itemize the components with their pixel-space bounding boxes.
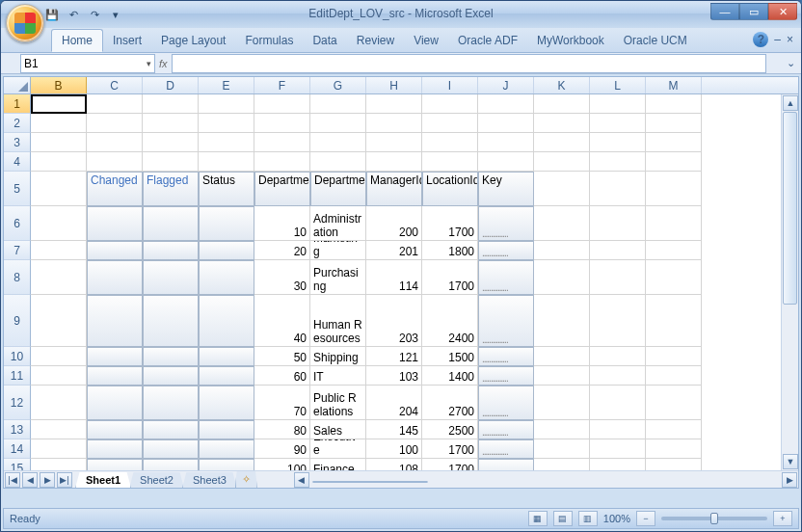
cell[interactable] [87, 114, 143, 133]
cell[interactable] [646, 347, 702, 366]
name-box-dropdown-icon[interactable]: ▾ [147, 59, 151, 68]
cell[interactable] [646, 241, 702, 260]
cell[interactable] [590, 172, 646, 206]
cell-key[interactable]: ............... [478, 347, 534, 366]
cell[interactable] [143, 152, 199, 172]
cell-location-id[interactable]: 1700 [422, 459, 478, 470]
cell-key[interactable]: ............... [478, 366, 534, 386]
cell[interactable] [534, 133, 590, 152]
header-status[interactable]: Status [199, 172, 254, 206]
cell[interactable] [590, 459, 646, 470]
cell-key[interactable]: ............... [478, 420, 534, 439]
sheet-prev-button[interactable]: ◀ [22, 472, 38, 488]
cell[interactable] [590, 386, 646, 420]
cell-department-id[interactable]: 70 [254, 386, 310, 420]
formula-expand-button[interactable]: ⌄ [784, 57, 797, 69]
cell-changed[interactable] [87, 386, 143, 420]
cell-department-name[interactable]: Human Resources [310, 295, 366, 347]
tab-oracle-ucm[interactable]: Oracle UCM [614, 30, 697, 51]
cell-department-id[interactable]: 60 [254, 366, 310, 386]
row-header[interactable]: 9 [4, 295, 31, 347]
column-header[interactable]: E [199, 77, 254, 93]
cell-changed[interactable] [87, 459, 143, 470]
cell[interactable] [422, 133, 478, 152]
cell[interactable] [366, 152, 422, 172]
zoom-slider-handle[interactable] [710, 513, 718, 524]
cell[interactable] [31, 241, 87, 260]
cell-manager-id[interactable]: 204 [366, 386, 422, 420]
cell[interactable] [534, 241, 590, 260]
column-header[interactable]: D [143, 77, 199, 93]
cell[interactable] [590, 206, 646, 241]
cell[interactable] [646, 172, 702, 206]
cell[interactable] [310, 94, 366, 114]
cell-status[interactable] [199, 459, 254, 470]
cell-manager-id[interactable]: 108 [366, 459, 422, 470]
cell-department-name[interactable]: Purchasing [310, 260, 366, 295]
cell[interactable] [646, 94, 702, 114]
cell[interactable] [646, 439, 702, 459]
cell-department-name[interactable]: IT [310, 366, 366, 386]
column-header[interactable]: C [87, 77, 143, 93]
cell[interactable] [534, 366, 590, 386]
cell[interactable] [31, 459, 87, 470]
grid-body[interactable]: 1 2 3 4 5 Changed Flagged Status Departm… [4, 94, 781, 470]
column-header[interactable]: F [254, 77, 310, 93]
tab-page-layout[interactable]: Page Layout [151, 30, 235, 51]
cell[interactable] [646, 420, 702, 439]
header-changed[interactable]: Changed [87, 172, 143, 206]
cell-department-name[interactable]: Public Relations [310, 386, 366, 420]
cell[interactable] [31, 114, 87, 133]
cell[interactable] [534, 386, 590, 420]
row-header[interactable]: 13 [4, 420, 31, 439]
cell-flagged[interactable] [143, 241, 199, 260]
cell[interactable] [646, 295, 702, 347]
cell[interactable] [590, 241, 646, 260]
tab-home[interactable]: Home [51, 29, 103, 52]
row-header[interactable]: 3 [4, 133, 31, 152]
cell-manager-id[interactable]: 114 [366, 260, 422, 295]
cell[interactable] [646, 260, 702, 295]
cell[interactable] [478, 114, 534, 133]
cell-flagged[interactable] [143, 459, 199, 470]
row-header[interactable]: 6 [4, 206, 31, 241]
cell-key[interactable]: ............... [478, 260, 534, 295]
close-button[interactable]: ✕ [768, 3, 797, 20]
cell[interactable] [422, 152, 478, 172]
cell[interactable] [590, 94, 646, 114]
cell[interactable] [31, 152, 87, 172]
scroll-down-button[interactable]: ▼ [783, 454, 798, 469]
header-manager-id[interactable]: ManagerId [366, 172, 422, 206]
cell-status[interactable] [199, 206, 254, 241]
cell-manager-id[interactable]: 203 [366, 295, 422, 347]
cell[interactable] [478, 133, 534, 152]
cell[interactable] [534, 206, 590, 241]
cell[interactable] [534, 94, 590, 114]
cell-manager-id[interactable]: 145 [366, 420, 422, 439]
cell-status[interactable] [199, 386, 254, 420]
cell-department-name[interactable]: Shipping [310, 347, 366, 366]
scroll-right-button[interactable]: ▶ [782, 472, 797, 488]
qat-more-button[interactable]: ▾ [107, 6, 124, 23]
cell[interactable] [87, 133, 143, 152]
cell-flagged[interactable] [143, 366, 199, 386]
cell[interactable] [31, 295, 87, 347]
cell[interactable] [534, 295, 590, 347]
cell[interactable] [254, 152, 310, 172]
cell[interactable] [31, 366, 87, 386]
cell[interactable] [366, 133, 422, 152]
cell-key[interactable]: ............... [478, 206, 534, 241]
cell-status[interactable] [199, 260, 254, 295]
minimize-button[interactable]: — [710, 3, 739, 20]
cell[interactable] [534, 439, 590, 459]
cell-department-name[interactable]: Executive [310, 439, 366, 459]
cell[interactable] [310, 114, 366, 133]
cell[interactable] [534, 420, 590, 439]
zoom-out-button[interactable]: − [636, 511, 655, 526]
column-header[interactable]: J [478, 77, 534, 93]
cell[interactable] [31, 347, 87, 366]
scroll-left-button[interactable]: ◀ [294, 472, 309, 488]
cell[interactable] [646, 152, 702, 172]
cell-status[interactable] [199, 439, 254, 459]
cell-changed[interactable] [87, 260, 143, 295]
